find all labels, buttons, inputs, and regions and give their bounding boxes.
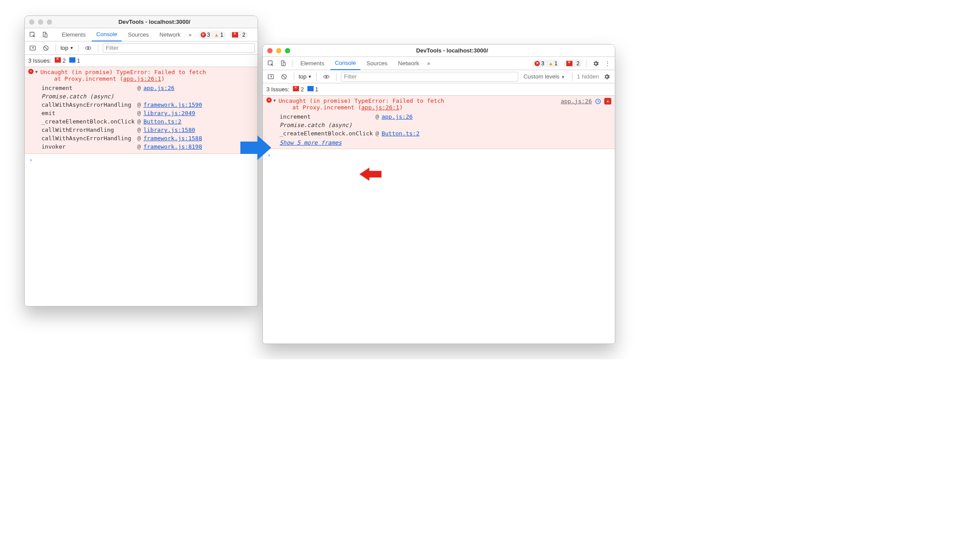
svg-rect-2 xyxy=(45,34,47,37)
stack-frame: Promise.catch (async) xyxy=(280,121,422,129)
source-link[interactable]: app.js:26 xyxy=(382,113,412,120)
flags-badge[interactable]: 2 xyxy=(564,60,582,67)
clear-icon[interactable] xyxy=(279,73,289,80)
flag-icon xyxy=(566,61,572,66)
errors-badge[interactable]: 3 1 xyxy=(198,31,226,39)
disclosure-triangle[interactable] xyxy=(273,98,276,103)
issues-msgs-count: 1 xyxy=(77,57,80,64)
clear-icon[interactable] xyxy=(41,44,51,52)
separator xyxy=(78,44,79,52)
svg-marker-15 xyxy=(240,135,271,160)
minimize-dot[interactable] xyxy=(276,48,281,53)
levels-selector[interactable]: Custom levels ▼ xyxy=(521,73,568,80)
gear-icon[interactable] xyxy=(591,60,601,67)
tab-console[interactable]: Console xyxy=(92,28,122,41)
context-selector[interactable]: top ▼ xyxy=(60,45,74,51)
errors-count: 3 xyxy=(207,32,210,38)
flags-badge[interactable]: 2 xyxy=(229,31,248,39)
source-link[interactable]: library.js:2049 xyxy=(143,110,195,116)
live-expression-icon[interactable] xyxy=(321,73,332,80)
devtools-window-right: DevTools - localhost:3000/ Elements Cons… xyxy=(262,44,615,344)
warnings-count: 1 xyxy=(554,60,557,67)
separator xyxy=(336,73,337,81)
minimize-dot[interactable] xyxy=(38,19,43,25)
tab-elements[interactable]: Elements xyxy=(296,57,329,70)
source-link[interactable]: Button.ts:2 xyxy=(382,130,419,137)
error-block: Uncaught (in promise) TypeError: Failed … xyxy=(25,67,258,154)
tab-sources[interactable]: Sources xyxy=(123,28,153,41)
error-icon xyxy=(28,69,34,74)
filter-input[interactable]: Filter xyxy=(103,43,255,53)
error-source-link[interactable]: app.js:26:1 xyxy=(361,104,399,111)
window-titlebar: DevTools - localhost:3000/ xyxy=(263,45,615,57)
zoom-dot[interactable] xyxy=(285,48,290,53)
separator xyxy=(316,73,317,81)
source-link[interactable]: framework.js:1588 xyxy=(143,135,202,142)
errors-badge[interactable]: 3 1 xyxy=(532,60,560,67)
error-flag-chip[interactable]: ✕ xyxy=(604,98,611,105)
issues-flags-count: 2 xyxy=(63,57,66,64)
stack-frame: increment@app.js:26 xyxy=(41,84,205,92)
more-tabs-icon[interactable]: » xyxy=(187,31,193,38)
chevron-down-icon: ▼ xyxy=(561,75,565,79)
console-prompt[interactable]: › xyxy=(25,154,258,166)
chevron-down-icon: ▼ xyxy=(70,46,74,50)
separator xyxy=(587,60,587,67)
close-dot[interactable] xyxy=(29,19,34,25)
inspect-icon[interactable] xyxy=(266,60,276,67)
sidebar-toggle-icon[interactable] xyxy=(27,44,38,52)
separator xyxy=(98,44,98,52)
stack-trace: increment@app.js:26 Promise.catch (async… xyxy=(280,112,422,138)
devtools-window-left: DevTools - localhost:3000/ Elements Cons… xyxy=(24,15,258,306)
source-link[interactable]: framework.js:8198 xyxy=(143,143,202,150)
tabs-row: Elements Console Sources Network » 3 1 2… xyxy=(25,28,258,41)
hidden-count[interactable]: 1 hidden xyxy=(577,73,599,80)
live-expression-icon[interactable] xyxy=(83,44,94,52)
close-dot[interactable] xyxy=(267,48,273,53)
traffic-lights xyxy=(267,48,290,53)
context-selector[interactable]: top ▼ xyxy=(299,73,312,80)
device-icon[interactable] xyxy=(40,31,50,38)
issues-label: 3 Issues: xyxy=(266,86,289,93)
more-tabs-icon[interactable]: » xyxy=(425,60,432,67)
device-icon[interactable] xyxy=(278,60,288,67)
error-source-link-right[interactable]: app.js:26 xyxy=(561,98,592,105)
sidebar-toggle-icon[interactable] xyxy=(266,73,276,80)
disclosure-triangle[interactable] xyxy=(35,70,37,74)
window-title: DevTools - localhost:3000/ xyxy=(294,47,610,54)
flag-icon xyxy=(55,57,61,63)
tab-elements[interactable]: Elements xyxy=(57,28,90,41)
stack-frame: Promise.catch (async) xyxy=(41,92,205,101)
tab-network[interactable]: Network xyxy=(394,57,424,70)
stack-frame: callWithAsyncErrorHandling@framework.js:… xyxy=(41,134,205,142)
svg-point-13 xyxy=(325,76,327,78)
stack-frame: callWithAsyncErrorHandling@framework.js:… xyxy=(41,101,205,109)
console-prompt[interactable]: › xyxy=(263,149,615,161)
tab-sources[interactable]: Sources xyxy=(362,57,392,70)
warning-icon xyxy=(214,32,219,37)
issues-row[interactable]: 3 Issues: 2 1 xyxy=(25,55,258,67)
inspect-icon[interactable] xyxy=(27,31,38,38)
kebab-icon[interactable]: ⋮ xyxy=(603,60,612,67)
source-link[interactable]: Button.ts:2 xyxy=(143,118,181,125)
error-block: Uncaught (in promise) TypeError: Failed … xyxy=(263,96,615,149)
restart-icon[interactable] xyxy=(595,97,602,105)
error-source-link[interactable]: app.js:26:1 xyxy=(123,75,161,82)
stack-frame: invoker@framework.js:8198 xyxy=(41,142,205,151)
error-message: Uncaught (in promise) TypeError: Failed … xyxy=(40,69,206,82)
source-link[interactable]: framework.js:1590 xyxy=(143,101,202,108)
source-link[interactable]: library.js:1580 xyxy=(143,127,195,133)
show-more-frames-link[interactable]: Show 5 more frames xyxy=(280,139,342,146)
separator xyxy=(294,73,294,81)
svg-rect-9 xyxy=(283,62,285,66)
filter-input[interactable]: Filter xyxy=(341,72,518,82)
gear-icon[interactable] xyxy=(602,73,612,80)
issues-row[interactable]: 3 Issues: 2 1 xyxy=(263,83,615,96)
gear-icon[interactable] xyxy=(256,31,258,38)
issues-flags-count: 2 xyxy=(301,86,304,93)
source-link[interactable]: app.js:26 xyxy=(143,85,174,91)
tab-network[interactable]: Network xyxy=(155,28,185,41)
zoom-dot[interactable] xyxy=(47,19,52,25)
tab-console[interactable]: Console xyxy=(330,57,360,70)
warning-icon xyxy=(548,61,553,66)
